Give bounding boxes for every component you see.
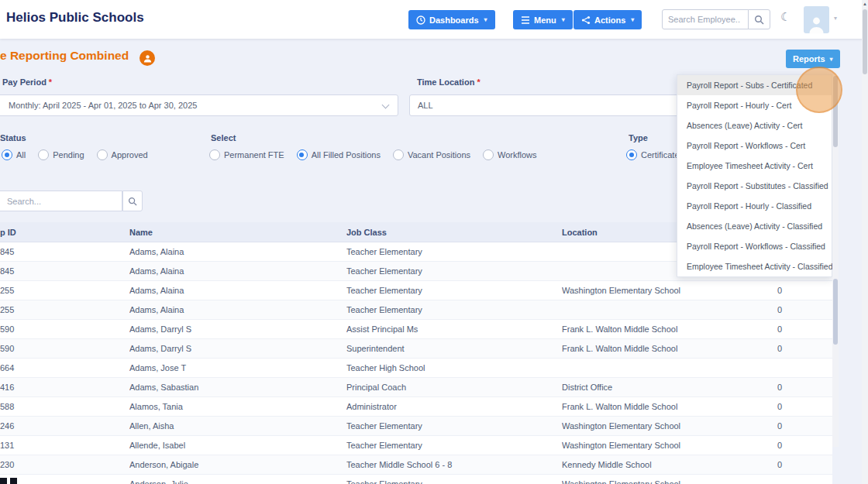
table-cell: Washington Elementary School: [562, 479, 777, 484]
table-cell: 246: [0, 421, 129, 431]
menu-item[interactable]: Employee Timesheet Activity - Classified: [677, 256, 832, 276]
radio-option-approved[interactable]: Approved: [97, 149, 148, 160]
table-cell: 416: [0, 383, 129, 392]
column-header: Job Class: [346, 228, 562, 237]
chevron-down-icon: ▾: [562, 16, 565, 23]
menu-item[interactable]: Payroll Report - Workflows - Cert: [677, 136, 832, 156]
avatar-caret-icon[interactable]: ▾: [834, 15, 837, 22]
table-row: 246Allen, AishaTeacher ElementaryWashing…: [0, 417, 832, 436]
radio-label: Permanent FTE: [224, 150, 284, 160]
time-location-value: ALL: [418, 101, 433, 110]
table-cell: Frank L. Walton Middle School: [562, 324, 777, 334]
table-cell: 845: [0, 266, 129, 276]
radio-circle[interactable]: [297, 149, 308, 160]
menu-item[interactable]: Payroll Report - Workflows - Classified: [677, 236, 832, 256]
radio-option-all-filled-positions[interactable]: All Filled Positions: [297, 149, 381, 160]
status-radio-group: AllPendingApproved: [2, 149, 148, 160]
chevron-down-icon: [382, 101, 390, 109]
radio-circle[interactable]: [209, 149, 220, 160]
browser-scrollbar[interactable]: ▲: [862, 0, 868, 484]
table-row: 588Alamos, TaniaAdministratorFrank L. Wa…: [0, 397, 832, 417]
table-cell: District Office: [562, 383, 777, 392]
pay-period-label: Pay Period*: [2, 77, 52, 87]
select-radio-group: Permanent FTEAll Filled PositionsVacant …: [209, 149, 537, 160]
radio-circle[interactable]: [393, 149, 404, 160]
menu-item[interactable]: Payroll Report - Substitutes - Classifie…: [677, 176, 832, 196]
table-cell: Principal Coach: [346, 383, 562, 392]
radio-option-vacant-positions[interactable]: Vacant Positions: [393, 149, 470, 160]
table-cell: Superintendent: [346, 344, 562, 353]
type-group-label: Type: [629, 133, 648, 142]
column-header: p ID: [0, 228, 129, 237]
table-cell: 0: [777, 421, 832, 431]
required-asterisk: *: [477, 77, 480, 87]
radio-option-all[interactable]: All: [2, 149, 26, 160]
radio-option-pending[interactable]: Pending: [38, 149, 84, 160]
scroll-up-arrow-icon[interactable]: ▲: [862, 2, 868, 6]
inner-scrollbar[interactable]: [832, 74, 839, 447]
table-row: 416Adams, SabastianPrincipal CoachDistri…: [0, 378, 832, 397]
avatar[interactable]: [804, 6, 829, 33]
search-icon: [128, 197, 137, 206]
radio-circle[interactable]: [97, 149, 108, 160]
radio-label: Pending: [53, 150, 84, 160]
radio-circle[interactable]: [626, 149, 637, 160]
table-body: 845Adams, AlainaTeacher Elementary845Ada…: [0, 242, 832, 484]
radio-circle[interactable]: [483, 149, 494, 160]
app-title: Helios Public Schools: [6, 10, 144, 26]
radio-label: Approved: [112, 150, 148, 160]
table-cell: 0: [777, 441, 832, 450]
moon-icon[interactable]: ☾: [780, 10, 790, 24]
employee-search-button[interactable]: [748, 9, 770, 29]
table-scrollbar-thumb[interactable]: [833, 279, 838, 345]
radio-option-permanent-fte[interactable]: Permanent FTE: [209, 149, 284, 160]
person-icon: [808, 15, 825, 33]
select-group-label: Select: [211, 133, 236, 142]
reports-button[interactable]: Reports ▾: [786, 50, 840, 68]
menu-button[interactable]: Menu ▾: [513, 10, 573, 29]
click-indicator: [796, 67, 842, 113]
table-row: 230Anderson, AbigaleTeacher Middle Schoo…: [0, 455, 832, 475]
table-cell: 0: [777, 324, 832, 334]
table-cell: Administrator: [346, 402, 562, 411]
pay-period-select[interactable]: Monthly: April 2025 - Apr 01, 2025 to Ap…: [0, 94, 398, 116]
table-cell: Adams, Alaina: [129, 305, 346, 314]
status-group-label: Status: [0, 133, 26, 142]
menu-item[interactable]: Employee Timesheet Activity - Cert: [677, 156, 832, 176]
table-cell: Washington Elementary School: [562, 441, 777, 450]
menu-item[interactable]: Absences (Leave) Activity - Cert: [677, 115, 832, 136]
browser-scrollbar-thumb[interactable]: [863, 9, 867, 74]
radio-option-certificated[interactable]: Certificated: [626, 149, 684, 160]
time-location-label: Time Location*: [417, 77, 480, 87]
table-cell: 0: [777, 402, 832, 411]
table-cell: Teacher Elementary: [346, 286, 562, 295]
table-cell: Teacher Elementary: [346, 247, 562, 256]
table-row: Anderson, JulieTeacher ElementaryWashing…: [0, 475, 832, 484]
hamburger-icon: [521, 16, 530, 24]
table-search-input[interactable]: [0, 191, 122, 211]
menu-item[interactable]: Payroll Report - Hourly - Classified: [677, 196, 832, 216]
radio-label: Vacant Positions: [408, 150, 470, 160]
table-cell: Adams, Darryl S: [129, 324, 346, 334]
actions-button[interactable]: Actions ▾: [574, 10, 642, 29]
column-header: Name: [129, 228, 346, 237]
time-location-label-text: Time Location: [417, 77, 474, 87]
table-cell: Teacher Middle School 6 - 8: [346, 460, 562, 469]
type-radio-group: Certificated: [626, 149, 684, 160]
radio-circle[interactable]: [38, 149, 49, 160]
dashboards-label: Dashboards: [429, 15, 479, 25]
dashboards-button[interactable]: Dashboards ▾: [408, 10, 495, 29]
employee-search-input[interactable]: [662, 9, 749, 29]
pay-period-value: Monthly: April 2025 - Apr 01, 2025 to Ap…: [9, 101, 197, 110]
table-row: 131Allende, IsabelTeacher ElementaryWash…: [0, 436, 832, 455]
table-cell: 131: [0, 441, 129, 450]
radio-circle[interactable]: [2, 149, 12, 160]
table-cell: Teacher Elementary: [346, 305, 562, 314]
bottom-left-block: [0, 478, 7, 484]
table-search-button[interactable]: [122, 191, 143, 211]
table-cell: 0: [777, 344, 832, 353]
menu-item[interactable]: Absences (Leave) Activity - Classified: [677, 216, 832, 236]
radio-option-workflows[interactable]: Workflows: [483, 149, 537, 160]
table-cell: Anderson, Abigale: [129, 460, 346, 469]
table-cell: Kennedy Middle School: [562, 460, 777, 469]
